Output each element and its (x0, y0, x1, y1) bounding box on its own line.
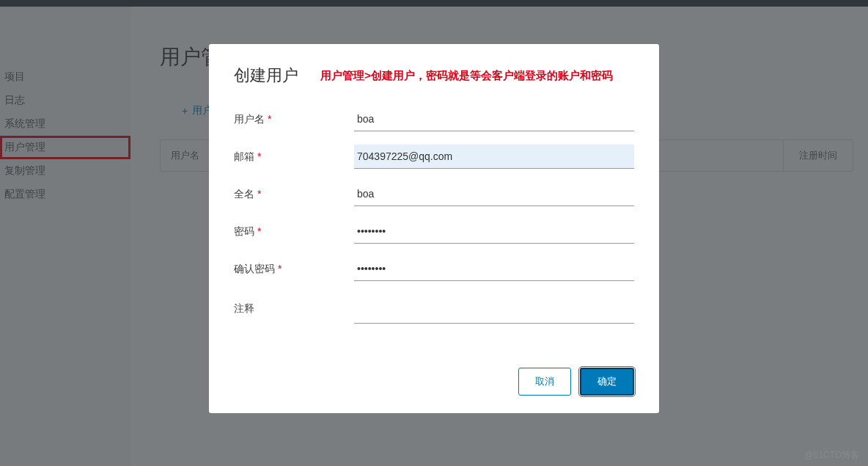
required-marker: * (257, 188, 261, 200)
modal-header: 创建用户 用户管理>创建用户，密码就是等会客户端登录的账户和密码 (234, 65, 634, 87)
username-input[interactable] (354, 107, 634, 131)
label-comment: 注释 (234, 302, 354, 316)
row-email: 邮箱* (234, 145, 634, 169)
row-username: 用户名* (234, 107, 634, 131)
comment-input[interactable] (354, 294, 634, 324)
label-confirm: 确认密码* (234, 263, 354, 276)
watermark: @51CTO博客 (804, 449, 859, 462)
fullname-input[interactable] (354, 182, 634, 206)
confirm-password-input[interactable] (354, 257, 634, 281)
row-confirm: 确认密码* (234, 257, 634, 281)
row-comment: 注释 (234, 294, 634, 324)
label-fullname: 全名* (234, 188, 354, 201)
annotation-text: 用户管理>创建用户，密码就是等会客户端登录的账户和密码 (320, 65, 613, 85)
password-input[interactable] (354, 219, 634, 244)
required-marker: * (257, 150, 261, 162)
create-user-modal: 创建用户 用户管理>创建用户，密码就是等会客户端登录的账户和密码 用户名* 邮箱… (209, 44, 659, 413)
label-password: 密码* (234, 225, 354, 239)
modal-footer: 取消 确定 (234, 368, 634, 396)
label-username: 用户名* (234, 113, 354, 126)
ok-button[interactable]: 确定 (580, 368, 634, 396)
required-marker: * (278, 263, 282, 274)
required-marker: * (268, 113, 271, 125)
modal-title: 创建用户 (234, 65, 298, 87)
required-marker: * (257, 225, 261, 237)
email-input[interactable] (354, 145, 634, 169)
row-fullname: 全名* (234, 182, 634, 206)
modal-overlay: 创建用户 用户管理>创建用户，密码就是等会客户端登录的账户和密码 用户名* 邮箱… (0, 0, 868, 466)
label-email: 邮箱* (234, 150, 354, 164)
row-password: 密码* (234, 219, 634, 244)
cancel-button[interactable]: 取消 (518, 368, 571, 396)
